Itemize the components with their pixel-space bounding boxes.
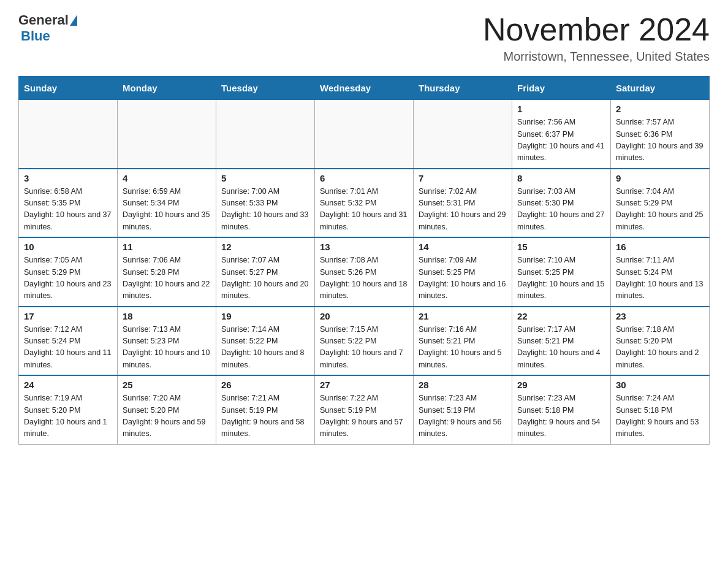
day-number: 28 (419, 380, 507, 390)
calendar-cell: 14Sunrise: 7:09 AM Sunset: 5:25 PM Dayli… (414, 237, 512, 307)
calendar-cell: 8Sunrise: 7:03 AM Sunset: 5:30 PM Daylig… (512, 169, 611, 238)
day-number: 12 (221, 242, 309, 252)
calendar-week-row: 3Sunrise: 6:58 AM Sunset: 5:35 PM Daylig… (19, 169, 710, 238)
calendar-cell: 25Sunrise: 7:20 AM Sunset: 5:20 PM Dayli… (118, 375, 216, 444)
day-info: Sunrise: 7:20 AM Sunset: 5:20 PM Dayligh… (123, 393, 211, 440)
calendar-cell: 30Sunrise: 7:24 AM Sunset: 5:18 PM Dayli… (611, 375, 710, 444)
calendar-cell: 2Sunrise: 7:57 AM Sunset: 6:36 PM Daylig… (611, 100, 710, 169)
calendar-cell: 6Sunrise: 7:01 AM Sunset: 5:32 PM Daylig… (315, 169, 414, 238)
day-info: Sunrise: 7:00 AM Sunset: 5:33 PM Dayligh… (221, 186, 309, 234)
calendar-cell: 15Sunrise: 7:10 AM Sunset: 5:25 PM Dayli… (512, 237, 611, 307)
calendar-week-row: 10Sunrise: 7:05 AM Sunset: 5:29 PM Dayli… (19, 237, 710, 307)
day-number: 10 (24, 242, 112, 252)
calendar-cell (315, 100, 414, 169)
day-info: Sunrise: 7:15 AM Sunset: 5:22 PM Dayligh… (320, 324, 408, 372)
header: General Blue November 2024 Morristown, T… (18, 12, 710, 64)
calendar-cell: 16Sunrise: 7:11 AM Sunset: 5:24 PM Dayli… (611, 237, 710, 307)
calendar-cell: 27Sunrise: 7:22 AM Sunset: 5:19 PM Dayli… (315, 375, 414, 444)
calendar-cell: 17Sunrise: 7:12 AM Sunset: 5:24 PM Dayli… (19, 307, 118, 376)
day-info: Sunrise: 6:59 AM Sunset: 5:34 PM Dayligh… (123, 186, 211, 234)
calendar-cell: 29Sunrise: 7:23 AM Sunset: 5:18 PM Dayli… (512, 375, 611, 444)
month-title: November 2024 (483, 12, 710, 47)
day-info: Sunrise: 7:23 AM Sunset: 5:18 PM Dayligh… (517, 393, 605, 440)
calendar-cell: 24Sunrise: 7:19 AM Sunset: 5:20 PM Dayli… (19, 375, 118, 444)
calendar-cell: 7Sunrise: 7:02 AM Sunset: 5:31 PM Daylig… (414, 169, 512, 238)
day-info: Sunrise: 7:05 AM Sunset: 5:29 PM Dayligh… (24, 255, 112, 302)
day-info: Sunrise: 7:18 AM Sunset: 5:20 PM Dayligh… (616, 324, 704, 372)
calendar-cell: 11Sunrise: 7:06 AM Sunset: 5:28 PM Dayli… (118, 237, 216, 307)
day-number: 17 (24, 311, 112, 321)
day-number: 21 (419, 311, 507, 321)
day-info: Sunrise: 7:07 AM Sunset: 5:27 PM Dayligh… (221, 255, 309, 302)
day-info: Sunrise: 7:17 AM Sunset: 5:21 PM Dayligh… (517, 324, 605, 372)
day-info: Sunrise: 7:03 AM Sunset: 5:30 PM Dayligh… (517, 186, 605, 234)
day-number: 7 (419, 173, 507, 183)
location-title: Morristown, Tennessee, United States (483, 50, 710, 64)
day-info: Sunrise: 7:57 AM Sunset: 6:36 PM Dayligh… (616, 117, 704, 164)
day-info: Sunrise: 7:56 AM Sunset: 6:37 PM Dayligh… (517, 117, 605, 164)
day-number: 13 (320, 242, 408, 252)
day-number: 26 (221, 380, 309, 390)
day-info: Sunrise: 7:13 AM Sunset: 5:23 PM Dayligh… (123, 324, 211, 372)
day-number: 30 (616, 380, 704, 390)
calendar-cell: 28Sunrise: 7:23 AM Sunset: 5:19 PM Dayli… (414, 375, 512, 444)
day-number: 20 (320, 311, 408, 321)
day-number: 4 (123, 173, 211, 183)
calendar-cell: 19Sunrise: 7:14 AM Sunset: 5:22 PM Dayli… (216, 307, 315, 376)
logo-general: General (18, 12, 69, 28)
day-number: 29 (517, 380, 605, 390)
day-info: Sunrise: 7:09 AM Sunset: 5:25 PM Dayligh… (419, 255, 507, 302)
weekday-header: Friday (512, 77, 611, 100)
day-info: Sunrise: 7:12 AM Sunset: 5:24 PM Dayligh… (24, 324, 112, 372)
calendar-week-row: 17Sunrise: 7:12 AM Sunset: 5:24 PM Dayli… (19, 307, 710, 376)
calendar-cell: 3Sunrise: 6:58 AM Sunset: 5:35 PM Daylig… (19, 169, 118, 238)
calendar-cell: 20Sunrise: 7:15 AM Sunset: 5:22 PM Dayli… (315, 307, 414, 376)
calendar-cell: 26Sunrise: 7:21 AM Sunset: 5:19 PM Dayli… (216, 375, 315, 444)
calendar-cell: 23Sunrise: 7:18 AM Sunset: 5:20 PM Dayli… (611, 307, 710, 376)
day-info: Sunrise: 7:01 AM Sunset: 5:32 PM Dayligh… (320, 186, 408, 234)
calendar-cell: 13Sunrise: 7:08 AM Sunset: 5:26 PM Dayli… (315, 237, 414, 307)
day-number: 22 (517, 311, 605, 321)
day-number: 27 (320, 380, 408, 390)
weekday-header: Wednesday (315, 77, 414, 100)
day-info: Sunrise: 7:23 AM Sunset: 5:19 PM Dayligh… (419, 393, 507, 440)
day-number: 19 (221, 311, 309, 321)
day-info: Sunrise: 7:10 AM Sunset: 5:25 PM Dayligh… (517, 255, 605, 302)
day-info: Sunrise: 7:21 AM Sunset: 5:19 PM Dayligh… (221, 393, 309, 440)
day-number: 15 (517, 242, 605, 252)
day-info: Sunrise: 7:02 AM Sunset: 5:31 PM Dayligh… (419, 186, 507, 234)
calendar-cell: 12Sunrise: 7:07 AM Sunset: 5:27 PM Dayli… (216, 237, 315, 307)
day-info: Sunrise: 7:22 AM Sunset: 5:19 PM Dayligh… (320, 393, 408, 440)
logo-triangle-icon (70, 15, 77, 26)
day-number: 18 (123, 311, 211, 321)
day-number: 5 (221, 173, 309, 183)
calendar-table: SundayMondayTuesdayWednesdayThursdayFrid… (18, 76, 710, 445)
day-info: Sunrise: 7:04 AM Sunset: 5:29 PM Dayligh… (616, 186, 704, 234)
day-info: Sunrise: 7:08 AM Sunset: 5:26 PM Dayligh… (320, 255, 408, 302)
weekday-header: Saturday (611, 77, 710, 100)
day-info: Sunrise: 6:58 AM Sunset: 5:35 PM Dayligh… (24, 186, 112, 234)
calendar-cell: 1Sunrise: 7:56 AM Sunset: 6:37 PM Daylig… (512, 100, 611, 169)
logo-blue: Blue (21, 28, 50, 44)
calendar-cell: 4Sunrise: 6:59 AM Sunset: 5:34 PM Daylig… (118, 169, 216, 238)
calendar-cell (118, 100, 216, 169)
calendar-cell (19, 100, 118, 169)
day-info: Sunrise: 7:19 AM Sunset: 5:20 PM Dayligh… (24, 393, 112, 440)
calendar-cell: 22Sunrise: 7:17 AM Sunset: 5:21 PM Dayli… (512, 307, 611, 376)
day-info: Sunrise: 7:14 AM Sunset: 5:22 PM Dayligh… (221, 324, 309, 372)
day-number: 25 (123, 380, 211, 390)
calendar-cell: 18Sunrise: 7:13 AM Sunset: 5:23 PM Dayli… (118, 307, 216, 376)
weekday-header: Monday (118, 77, 216, 100)
day-number: 23 (616, 311, 704, 321)
day-number: 6 (320, 173, 408, 183)
calendar-cell (216, 100, 315, 169)
calendar-header-row: SundayMondayTuesdayWednesdayThursdayFrid… (19, 77, 710, 100)
day-number: 3 (24, 173, 112, 183)
weekday-header: Thursday (414, 77, 512, 100)
calendar-week-row: 1Sunrise: 7:56 AM Sunset: 6:37 PM Daylig… (19, 100, 710, 169)
day-info: Sunrise: 7:16 AM Sunset: 5:21 PM Dayligh… (419, 324, 507, 372)
calendar-cell: 5Sunrise: 7:00 AM Sunset: 5:33 PM Daylig… (216, 169, 315, 238)
weekday-header: Sunday (19, 77, 118, 100)
day-number: 16 (616, 242, 704, 252)
weekday-header: Tuesday (216, 77, 315, 100)
